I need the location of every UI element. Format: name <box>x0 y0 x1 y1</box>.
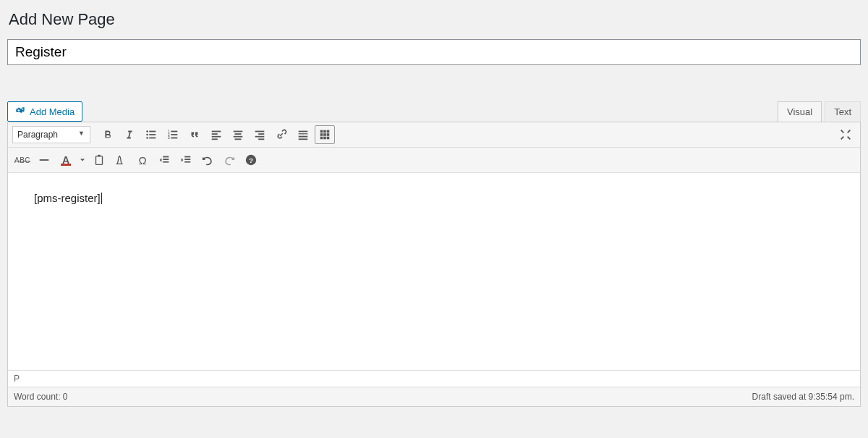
redo-button[interactable] <box>219 151 239 169</box>
svg-rect-22 <box>255 136 265 138</box>
strikethrough-button[interactable]: ABC <box>12 151 33 169</box>
svg-rect-37 <box>40 159 49 161</box>
svg-text:3: 3 <box>168 135 170 140</box>
camera-music-icon <box>15 106 25 118</box>
svg-rect-31 <box>320 133 323 136</box>
unordered-list-button[interactable] <box>141 125 161 144</box>
editor-tabs: Visual Text <box>778 101 861 122</box>
align-right-icon <box>253 128 266 141</box>
editor-content-area[interactable]: [pms-register] <box>8 173 860 370</box>
blockquote-button[interactable] <box>184 125 205 144</box>
svg-rect-44 <box>184 159 190 160</box>
svg-point-0 <box>146 130 148 132</box>
italic-button[interactable] <box>119 125 140 144</box>
svg-rect-39 <box>98 155 101 157</box>
outdent-button[interactable] <box>154 151 174 169</box>
bold-button[interactable] <box>98 125 118 144</box>
svg-rect-3 <box>149 131 156 132</box>
special-character-button[interactable]: Ω <box>132 151 153 169</box>
svg-rect-43 <box>184 156 190 158</box>
page-title-input[interactable] <box>7 39 861 65</box>
text-color-dropdown-button[interactable] <box>77 151 88 169</box>
horizontal-rule-button[interactable] <box>34 151 54 169</box>
align-center-icon <box>231 128 244 141</box>
svg-rect-17 <box>235 133 242 135</box>
svg-rect-45 <box>184 161 190 163</box>
undo-icon <box>201 153 214 167</box>
svg-rect-5 <box>149 138 156 139</box>
svg-rect-20 <box>255 131 265 132</box>
unordered-list-icon <box>145 128 158 141</box>
svg-rect-29 <box>323 130 326 133</box>
toolbar-row-2: ABC A Ω <box>8 148 860 173</box>
clear-formatting-button[interactable] <box>111 151 131 169</box>
horizontal-rule-icon <box>38 153 51 167</box>
status-bar: Word count: 0 Draft saved at 9:35:54 pm. <box>8 387 860 406</box>
format-select-wrap: Paragraph <box>12 126 90 143</box>
svg-rect-36 <box>327 137 330 140</box>
align-center-button[interactable] <box>228 125 248 144</box>
tab-text[interactable]: Text <box>825 101 861 122</box>
svg-point-2 <box>146 137 148 139</box>
add-media-label: Add Media <box>30 106 75 117</box>
svg-rect-4 <box>149 134 156 135</box>
svg-rect-12 <box>212 131 221 132</box>
svg-rect-32 <box>323 133 326 136</box>
indent-icon <box>179 153 192 167</box>
ordered-list-button[interactable]: 123 <box>163 125 183 144</box>
element-path-bar[interactable]: P <box>8 370 860 387</box>
toolbar-toggle-button[interactable] <box>315 125 335 144</box>
editor-box: Paragraph 123 <box>7 122 861 407</box>
svg-point-1 <box>146 134 148 136</box>
svg-rect-26 <box>299 136 308 138</box>
read-more-icon <box>297 128 310 141</box>
clear-formatting-icon <box>114 153 127 167</box>
special-char-icon: Ω <box>138 154 146 167</box>
svg-rect-23 <box>258 138 264 140</box>
link-button[interactable] <box>271 125 292 144</box>
read-more-button[interactable] <box>293 125 313 144</box>
indent-button[interactable] <box>176 151 196 169</box>
fullscreen-icon <box>839 128 852 141</box>
svg-rect-25 <box>299 133 308 134</box>
svg-rect-21 <box>258 133 264 135</box>
svg-rect-14 <box>212 136 221 138</box>
toolbar-row-1: Paragraph 123 <box>8 122 860 148</box>
page-title: Add New Page <box>9 10 861 29</box>
svg-rect-33 <box>327 133 330 136</box>
editor-content-text: [pms-register] <box>34 192 101 204</box>
redo-icon <box>223 153 236 167</box>
undo-button[interactable] <box>197 151 218 169</box>
svg-rect-9 <box>171 131 177 132</box>
svg-rect-11 <box>171 138 177 139</box>
svg-rect-15 <box>212 138 218 140</box>
paste-text-button[interactable] <box>89 151 109 169</box>
svg-rect-40 <box>163 156 169 158</box>
word-count-label: Word count: 0 <box>14 392 67 402</box>
svg-rect-35 <box>323 137 326 140</box>
link-icon <box>275 128 288 141</box>
help-button[interactable]: ? <box>241 151 261 169</box>
ordered-list-icon: 123 <box>166 128 179 141</box>
svg-rect-18 <box>234 136 243 138</box>
svg-rect-30 <box>327 130 330 133</box>
align-left-icon <box>210 128 223 141</box>
svg-rect-41 <box>163 159 169 160</box>
svg-rect-24 <box>299 131 308 132</box>
svg-rect-38 <box>96 156 103 165</box>
svg-rect-13 <box>212 133 218 135</box>
paragraph-format-select[interactable]: Paragraph <box>12 126 90 143</box>
svg-rect-34 <box>320 137 323 140</box>
align-left-button[interactable] <box>206 125 226 144</box>
distraction-free-button[interactable] <box>835 125 856 144</box>
tab-visual[interactable]: Visual <box>778 101 822 122</box>
svg-rect-42 <box>163 161 169 163</box>
add-media-button[interactable]: Add Media <box>7 101 82 122</box>
svg-rect-16 <box>234 131 243 132</box>
text-color-button[interactable]: A <box>56 151 76 169</box>
toolbar-toggle-icon <box>318 128 331 141</box>
draft-saved-label: Draft saved at 9:35:54 pm. <box>752 392 854 402</box>
svg-rect-28 <box>320 130 323 133</box>
align-right-button[interactable] <box>250 125 270 144</box>
outdent-icon <box>158 153 171 167</box>
